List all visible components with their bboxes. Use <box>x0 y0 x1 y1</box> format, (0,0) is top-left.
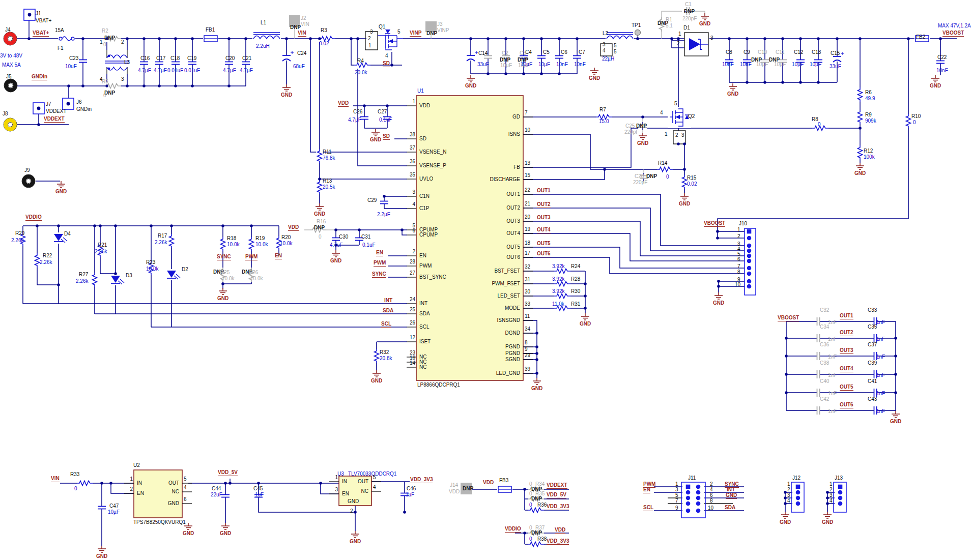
dnp-label-r35: R35 <box>535 491 545 496</box>
ref-label-c33: C33 <box>868 308 877 313</box>
r13-res-v[interactable] <box>316 180 323 194</box>
ref-label-r24: R24 <box>571 264 580 269</box>
j12-pin-2[interactable] <box>796 490 801 495</box>
r36-res-h[interactable] <box>528 507 544 514</box>
r33-res-h[interactable] <box>77 480 93 487</box>
gnd-net-label: GND <box>930 83 941 89</box>
d3-led[interactable] <box>109 274 124 285</box>
c14-cap-pol[interactable] <box>465 51 478 62</box>
c42-cap-h[interactable] <box>814 406 822 415</box>
j1-testpoint[interactable] <box>24 9 35 20</box>
d2-led[interactable] <box>165 269 180 280</box>
ref-label-1: 1 <box>675 482 678 487</box>
r38-res-h[interactable] <box>528 541 544 548</box>
j11-pin-5[interactable] <box>686 509 691 513</box>
j8-jack[interactable] <box>4 118 17 131</box>
j10-pin-2[interactable] <box>747 236 752 241</box>
r18-res-v[interactable] <box>219 237 226 251</box>
j10-pin-9[interactable] <box>747 279 752 284</box>
net-label-vddio: VDDIO <box>25 215 42 221</box>
r6-res-v[interactable] <box>856 87 864 102</box>
r12-res-v[interactable] <box>856 145 864 160</box>
pin-number-15: 15 <box>525 173 530 178</box>
j11-pin-9[interactable] <box>696 502 701 506</box>
j10-pin-1[interactable] <box>747 229 752 234</box>
ref-label-dnp: DNP <box>684 9 695 14</box>
l1-ind[interactable] <box>252 32 281 40</box>
j11-connector[interactable] <box>681 482 705 518</box>
j13-pin-3[interactable] <box>838 496 843 500</box>
j12-pin-4[interactable] <box>796 502 801 506</box>
pin-name-out4: OUT4 <box>459 231 520 236</box>
pin-number-18: 18 <box>525 241 530 246</box>
junction-dot <box>558 37 561 40</box>
d1-dbox[interactable] <box>684 33 708 56</box>
r10-res-v[interactable] <box>905 114 912 128</box>
r19-res-v[interactable] <box>248 237 255 251</box>
junction-dot <box>403 511 406 514</box>
junction-dot <box>81 84 84 87</box>
value-label-0-1uf: 0.1uF <box>362 243 376 248</box>
j10-pin-7[interactable] <box>747 266 752 271</box>
j9-jack[interactable] <box>22 174 35 188</box>
net-label-gndin: GNDin <box>32 74 47 80</box>
c36-cap-h[interactable] <box>814 351 822 361</box>
dnp-label-1nf: 1nF <box>828 373 837 378</box>
j7-testpoint[interactable] <box>33 103 44 114</box>
tp1-tp[interactable] <box>635 30 641 36</box>
pin-number-2: 2 <box>404 249 415 254</box>
j6-testpoint[interactable] <box>63 98 74 109</box>
j10-pin-3[interactable] <box>747 244 752 248</box>
gnd-net-label: GND <box>580 321 591 327</box>
r32-res-v[interactable] <box>373 349 380 363</box>
l2-ind[interactable] <box>606 32 634 40</box>
fb1-fbead[interactable] <box>203 35 218 43</box>
ref-label-3: 3 <box>681 133 684 138</box>
j12-pin-1[interactable] <box>796 485 801 489</box>
c38-cap-h[interactable] <box>814 370 822 379</box>
j13-pin-1[interactable] <box>838 485 843 489</box>
f1-fuse[interactable] <box>58 35 75 43</box>
gnd-net-label: GND <box>183 531 194 536</box>
j11-pin-4[interactable] <box>686 502 691 506</box>
j11-pin-8[interactable] <box>696 496 701 500</box>
gnd-symbol-icon <box>680 193 689 200</box>
j10-pin-10[interactable] <box>747 284 752 289</box>
j11-pin-3[interactable] <box>686 496 691 500</box>
c23-cap-v[interactable] <box>78 57 88 65</box>
j11-pin-10[interactable] <box>696 509 701 513</box>
r27-res-v[interactable] <box>91 273 98 287</box>
dnp-label-c25: C25 <box>625 124 635 129</box>
u1-ic-body[interactable] <box>416 96 523 380</box>
r17-res-v[interactable] <box>168 234 175 248</box>
ref-label-vddext: VDDEXT <box>46 109 67 114</box>
junction-dot <box>558 72 561 75</box>
j13-pin-2[interactable] <box>838 490 843 495</box>
c47-cap-v[interactable] <box>97 504 106 512</box>
junction-dot <box>836 37 839 40</box>
j13-pin-4[interactable] <box>838 502 843 506</box>
j10-pin-6[interactable] <box>747 259 752 263</box>
gnd-symbol-icon <box>467 75 475 82</box>
fb3-fbead[interactable] <box>497 485 512 493</box>
j10-pin-8[interactable] <box>747 272 752 276</box>
c24-cap-pol[interactable] <box>281 51 294 62</box>
j5-jack[interactable] <box>4 79 17 92</box>
j11-pin-2[interactable] <box>686 490 691 495</box>
j11-pin-6[interactable] <box>696 485 701 489</box>
r11-res-v[interactable] <box>316 149 323 163</box>
j11-pin-7[interactable] <box>696 490 701 495</box>
ref-label-c7: C7 <box>579 50 585 55</box>
j10-pin-5[interactable] <box>747 254 752 258</box>
gnd-symbol-icon <box>781 512 789 518</box>
j11-pin-1[interactable] <box>686 485 691 489</box>
dnp-label-r25: R25 <box>220 270 230 275</box>
r14-res-h[interactable] <box>657 166 673 173</box>
c29-cap-v[interactable] <box>380 198 389 207</box>
value-label-10-f: 10µF <box>108 510 120 515</box>
j12-pin-3[interactable] <box>796 496 801 500</box>
j4-jack[interactable] <box>4 32 17 45</box>
net-label-out4: OUT4 <box>840 366 853 372</box>
r9-res-v[interactable] <box>856 110 864 124</box>
j10-pin-4[interactable] <box>747 249 752 253</box>
